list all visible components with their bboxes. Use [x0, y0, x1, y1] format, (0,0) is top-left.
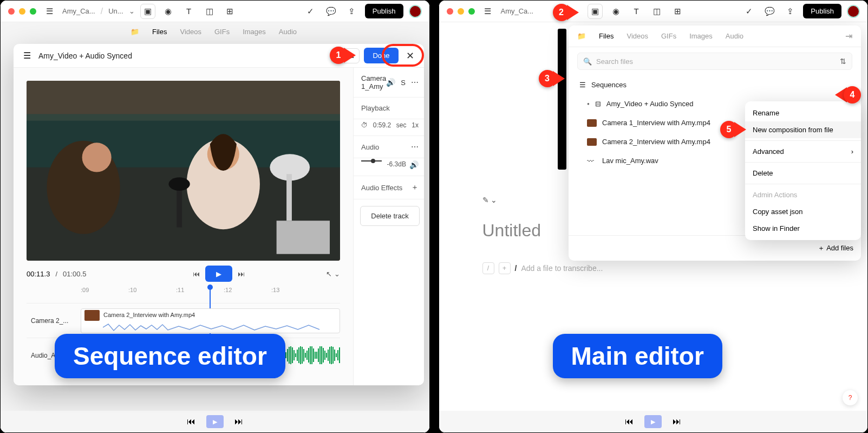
track-properties-sidebar: Camera 1_Amy 🔊 S ⋯ Playback ⏱ 0:59.2 sec… [353, 68, 424, 385]
record-floating-button[interactable]: ? [843, 390, 858, 405]
breadcrumb-chevron-icon[interactable]: ⌄ [129, 7, 135, 15]
sequences-header[interactable]: ☰ Sequences [569, 75, 861, 94]
ctx-delete[interactable]: Delete [745, 165, 861, 182]
video-track[interactable]: Camera 2_... Camera 2_Interview with Amy… [27, 303, 340, 338]
breadcrumb-doc[interactable]: Un... [108, 7, 123, 15]
minimize-window-icon[interactable] [19, 8, 25, 15]
text-tool-icon[interactable]: T [181, 4, 197, 19]
skip-back-small-icon[interactable]: ⏮ [625, 417, 634, 426]
publish-button[interactable]: Publish [803, 4, 841, 18]
status-check-icon[interactable]: ✓ [303, 4, 318, 19]
svg-rect-11 [277, 221, 330, 254]
close-modal-icon[interactable]: ✕ [406, 50, 414, 62]
folder-icon: 📁 [577, 32, 586, 40]
user-avatar[interactable] [847, 5, 860, 18]
done-button[interactable]: Done [364, 48, 398, 63]
share-icon[interactable]: ⇪ [344, 4, 360, 19]
timeline-tracks: Camera 2_... Camera 2_Interview with Amy… [27, 303, 340, 372]
speaker-icon[interactable]: 🔊 [409, 160, 419, 169]
solo-toggle[interactable]: S [401, 79, 406, 87]
skip-forward-small-icon[interactable]: ⏭ [673, 417, 681, 426]
audio-effects-row[interactable]: Audio Effects ＋ [354, 176, 424, 199]
volume-icon[interactable]: 🔊 [386, 78, 395, 87]
ctx-new-composition[interactable]: New composition from file [745, 121, 861, 138]
current-time: 00:11.3 [27, 270, 50, 278]
video-preview[interactable] [27, 81, 340, 261]
apps-grid-icon[interactable]: ⊞ [223, 4, 238, 19]
media-panel-icon[interactable]: ▣ [588, 4, 603, 19]
skip-back-small-icon[interactable]: ⏮ [187, 417, 195, 426]
publish-button[interactable]: Publish [365, 4, 403, 18]
sequences-icon: ☰ [579, 81, 586, 89]
tab-videos[interactable]: Videos [626, 32, 648, 40]
skip-back-icon[interactable]: ⏮ [193, 270, 200, 278]
record-icon[interactable]: ◉ [608, 4, 623, 19]
audio-waveform[interactable]: document.write(Array.from({length:160},(… [81, 345, 340, 366]
cursor-tool-icon[interactable]: ↖ ⌄ [326, 270, 340, 278]
status-check-icon[interactable]: ✓ [741, 4, 756, 19]
ctx-advanced[interactable]: Advanced› [745, 143, 861, 160]
modal-body: 00:11.3 / 01:00.5 ⏮ ▶ ⏭ ↖ ⌄ :09 :10 :11 … [14, 68, 424, 385]
skip-forward-icon[interactable]: ⏭ [238, 270, 245, 278]
play-small-button[interactable]: ▶ [206, 415, 224, 428]
search-files-input[interactable]: 🔍 Search files ⇅ [577, 53, 852, 70]
add-effect-icon[interactable]: ＋ [411, 183, 419, 192]
record-icon[interactable]: ◉ [161, 4, 176, 19]
project-browser-icon[interactable]: ☰ [42, 4, 57, 19]
sequence-item-icon: ⊟ [595, 100, 601, 108]
duration-value[interactable]: 0:59.2 [373, 121, 391, 129]
close-window-icon[interactable] [447, 8, 453, 15]
duration-unit: sec [396, 121, 407, 129]
project-browser-icon[interactable]: ☰ [480, 4, 495, 19]
maximize-window-icon[interactable] [468, 8, 475, 15]
timeline-ruler[interactable]: :09 :10 :11 :12 :13 [27, 287, 340, 303]
gain-value[interactable]: -6.3dB [387, 160, 406, 169]
share-icon[interactable]: ⇪ [782, 4, 798, 19]
minimize-window-icon[interactable] [458, 8, 464, 15]
text-tool-icon[interactable]: T [629, 4, 644, 19]
bottom-playbar-left: ⏮ ▶ ⏭ [1, 411, 429, 432]
collapse-panel-icon[interactable]: ⇥ [845, 31, 852, 41]
tab-images[interactable]: Images [689, 32, 713, 40]
tab-gifs[interactable]: GIFs [661, 32, 676, 40]
comment-icon[interactable]: 💬 [324, 4, 339, 19]
delete-track-button[interactable]: Delete track [360, 206, 420, 226]
comment-icon[interactable]: 💬 [762, 4, 777, 19]
chevron-right-icon: › [851, 147, 853, 156]
shapes-icon[interactable]: ◫ [202, 4, 217, 19]
ctx-copy-json[interactable]: Copy asset json [745, 203, 861, 220]
preview-column: 00:11.3 / 01:00.5 ⏮ ▶ ⏭ ↖ ⌄ :09 :10 :11 … [14, 68, 353, 385]
media-panel-icon[interactable]: ▣ [140, 4, 155, 19]
play-small-button[interactable]: ▶ [644, 415, 662, 428]
shapes-icon[interactable]: ◫ [649, 4, 664, 19]
video-clip[interactable]: Camera 2_Interview with Amy.mp4 [81, 308, 340, 333]
filter-icon[interactable]: ⇅ [840, 57, 846, 66]
tab-files[interactable]: Files [599, 32, 614, 40]
svg-point-4 [82, 143, 112, 172]
skip-forward-small-icon[interactable]: ⏭ [234, 417, 243, 426]
files-panel-tabs: 📁 Files Videos GIFs Images Audio ⇥ [569, 25, 861, 47]
close-window-icon[interactable] [8, 8, 15, 15]
slash-command-icon[interactable]: / [482, 262, 494, 274]
playback-controls: 00:11.3 / 01:00.5 ⏮ ▶ ⏭ ↖ ⌄ [27, 261, 340, 287]
user-avatar[interactable] [409, 5, 422, 18]
breadcrumb-project[interactable]: Amy_Ca... [501, 7, 534, 15]
more-options-icon[interactable]: ⋯ [411, 78, 419, 87]
tab-audio[interactable]: Audio [726, 32, 743, 40]
maximize-window-icon[interactable] [30, 8, 36, 15]
ctx-rename[interactable]: Rename [745, 105, 861, 121]
audio-file-icon: 〰 [587, 157, 597, 165]
playback-rate[interactable]: 1x [412, 121, 419, 129]
ctx-show-finder[interactable]: Show in Finder [745, 220, 861, 237]
apps-grid-icon[interactable]: ⊞ [670, 4, 685, 19]
plus-insert-icon[interactable]: + [499, 262, 511, 274]
ctx-admin-header: Admin Actions [745, 186, 861, 203]
insert-row[interactable]: / + / Add a file to transcribe... [482, 262, 868, 274]
audio-track[interactable]: Audio_Amy document.write(Array.from({len… [27, 338, 340, 372]
audio-more-icon[interactable]: ⋯ [411, 143, 419, 151]
breadcrumb-project[interactable]: Amy_Ca... [62, 7, 95, 15]
audio-header-row: Audio ⋯ [354, 136, 424, 158]
topbar-right: ☰ Amy_Ca... ▣ ◉ T ◫ ⊞ ✓ 💬 ⇪ Publish [439, 1, 868, 22]
play-button[interactable]: ▶ [205, 266, 232, 282]
search-placeholder: Search files [596, 57, 633, 66]
